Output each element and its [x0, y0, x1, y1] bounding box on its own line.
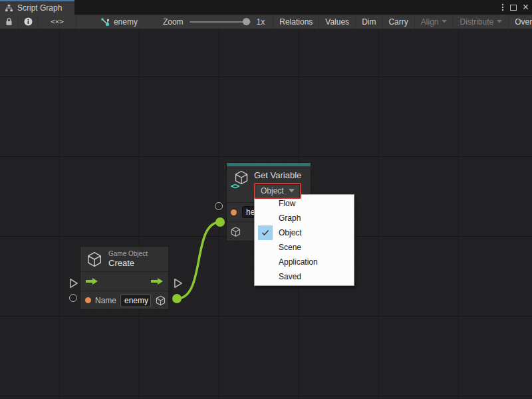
name-row: Name enemy	[80, 291, 168, 309]
wire-start-dot	[172, 294, 182, 303]
scope-context-menu: Flow Graph Object Scene Application Save…	[254, 194, 354, 286]
tab-script-graph[interactable]: Script Graph	[0, 0, 74, 15]
relations-button[interactable]: Relations	[273, 15, 319, 29]
close-icon[interactable]: ×	[523, 2, 529, 13]
name-field-label: Name	[95, 296, 116, 305]
menu-item-scene[interactable]: Scene	[255, 240, 354, 255]
graph-name: enemy	[114, 17, 138, 27]
checkmark-icon	[261, 229, 269, 237]
cube-port-icon[interactable]	[230, 226, 241, 237]
lock-icon	[5, 17, 13, 26]
carry-button[interactable]: Carry	[382, 15, 414, 29]
scope-highlight-border: Object	[254, 183, 301, 199]
value-port-icon[interactable]	[231, 209, 237, 215]
graph-icon	[100, 17, 110, 27]
dim-button[interactable]: Dim	[356, 15, 382, 29]
name-input[interactable]: enemy	[120, 294, 151, 307]
maximize-icon[interactable]	[510, 5, 517, 11]
code-icon: <×>	[51, 17, 64, 26]
zoom-value: 1x	[257, 17, 265, 27]
overview-button[interactable]: Overview	[509, 15, 532, 29]
graph-toolbar: <×> enemy Zoom 1x Relations Values Dim C…	[0, 15, 532, 29]
game-object-cube-icon	[86, 251, 103, 268]
code-angle-icon: <>	[231, 182, 239, 191]
align-button: Align	[415, 15, 454, 29]
flow-row	[80, 272, 168, 291]
chevron-down-icon	[289, 189, 295, 193]
sitemap-icon	[5, 4, 13, 12]
node-title: Create	[108, 258, 148, 268]
zoom-control: Zoom 1x	[144, 15, 273, 29]
info-icon	[24, 17, 33, 26]
variable-cube-icon: <>	[231, 170, 249, 190]
edit-graph-button[interactable]: <×>	[39, 15, 76, 29]
flow-output-port[interactable]	[174, 278, 183, 289]
checked-highlight	[258, 225, 273, 240]
script-graph-window: Script Graph × <×>	[0, 0, 532, 399]
chevron-down-icon	[442, 20, 447, 23]
get-variable-header: <> Get Variable Object	[227, 166, 311, 202]
cube-port-icon[interactable]	[155, 295, 166, 307]
node-type-label: Game Object	[108, 250, 148, 257]
value-port-icon[interactable]	[85, 297, 91, 303]
values-button[interactable]: Values	[319, 15, 356, 29]
lock-button[interactable]	[0, 15, 19, 29]
variable-scope-dropdown[interactable]: Object	[255, 184, 300, 198]
zoom-label: Zoom	[163, 17, 184, 27]
menu-item-object[interactable]: Object	[255, 225, 354, 240]
zoom-slider-handle[interactable]	[243, 18, 250, 25]
flow-input-port[interactable]	[69, 278, 78, 289]
node-title: Get Variable	[254, 170, 301, 183]
zoom-slider[interactable]	[190, 21, 251, 23]
kebab-menu-icon[interactable]	[501, 3, 504, 12]
distribute-button: Distribute	[454, 15, 509, 29]
window-controls: ×	[501, 0, 529, 15]
value-input-port[interactable]	[69, 294, 77, 302]
flow-in-arrow-icon[interactable]	[85, 277, 98, 285]
graph-canvas[interactable]: <> Get Variable Object he	[0, 29, 532, 399]
titlebar: Script Graph ×	[0, 0, 532, 15]
menu-item-saved[interactable]: Saved	[255, 269, 354, 284]
chevron-down-icon	[497, 20, 502, 23]
tab-label: Script Graph	[17, 3, 62, 13]
create-node-header: Game Object Create	[80, 247, 168, 271]
menu-item-application[interactable]: Application	[255, 255, 354, 269]
create-game-object-node[interactable]: Game Object Create Name enemy	[80, 246, 169, 310]
variable-value-input-port[interactable]	[215, 202, 223, 210]
info-button[interactable]	[19, 15, 39, 29]
wire-end-dot	[215, 217, 225, 227]
flow-out-arrow-icon[interactable]	[150, 277, 164, 285]
create-node-body: Name enemy	[80, 271, 168, 309]
graph-breadcrumb[interactable]: enemy	[94, 15, 144, 29]
menu-item-graph[interactable]: Graph	[255, 211, 354, 225]
